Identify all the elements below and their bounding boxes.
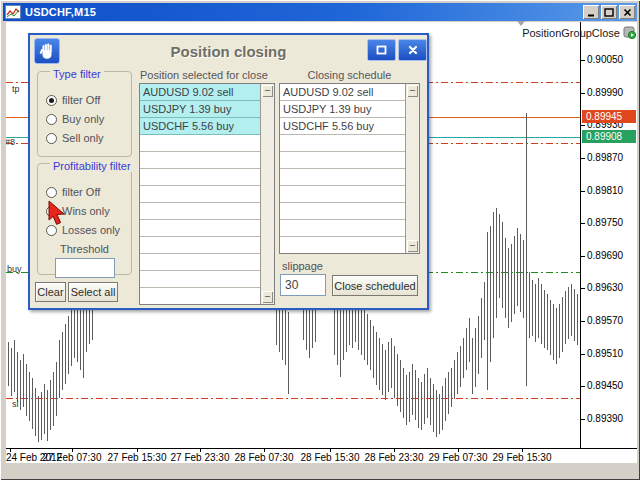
empty-row[interactable] [140, 220, 260, 237]
price-label: 0.89810 [587, 185, 623, 196]
empty-row[interactable] [280, 135, 405, 152]
scroll-down-button[interactable]: – [262, 291, 273, 303]
ohlc-bar [382, 344, 383, 395]
radio-unselected[interactable] [46, 187, 57, 198]
ohlc-bar [370, 320, 371, 370]
empty-row[interactable] [140, 203, 260, 220]
empty-row[interactable] [140, 288, 260, 304]
price-tick [581, 288, 585, 289]
empty-row[interactable] [140, 254, 260, 271]
ohlc-bar [499, 214, 500, 298]
empty-row[interactable] [280, 169, 405, 186]
time-label: 28 Feb 23:30 [365, 452, 424, 463]
ohlc-bar [523, 240, 524, 318]
maximize-button[interactable] [601, 5, 617, 19]
ohlc-bar [388, 342, 389, 392]
type-filter-option-label: Sell only [62, 132, 104, 144]
minimize-button[interactable] [583, 5, 599, 19]
empty-row[interactable] [140, 135, 260, 152]
empty-row[interactable] [280, 203, 405, 220]
ohlc-bar [520, 234, 521, 312]
ohlc-bar [544, 290, 545, 348]
schedule-list-scrollbar[interactable]: – – [405, 84, 419, 253]
position-row[interactable]: USDCHF 5.56 buy [280, 118, 405, 135]
radio-unselected[interactable] [46, 225, 57, 236]
ohlc-bar [487, 232, 488, 390]
slippage-input[interactable] [280, 274, 326, 296]
ohlc-bar [484, 282, 485, 340]
empty-row[interactable] [140, 169, 260, 186]
empty-row[interactable] [280, 152, 405, 169]
price-tick [581, 419, 585, 420]
ohlc-bar [565, 291, 566, 344]
ohlc-bar [430, 378, 431, 425]
type-filter-option-sell-only[interactable]: Sell only [46, 132, 131, 144]
position-row[interactable]: USDJPY 1.39 buy [280, 101, 405, 118]
empty-row[interactable] [280, 186, 405, 203]
time-label: 27 Feb 15:30 [108, 452, 167, 463]
level-label-buy: buy [7, 264, 22, 274]
select-all-button[interactable]: Select all [68, 282, 118, 302]
empty-row[interactable] [280, 237, 405, 253]
ohlc-bar [397, 354, 398, 406]
scroll-down-button[interactable]: – [407, 240, 418, 252]
empty-row[interactable] [140, 186, 260, 203]
scroll-up-button[interactable]: – [262, 85, 273, 97]
position-row[interactable]: AUDUSD 9.02 sell [280, 84, 405, 101]
scroll-up-button[interactable]: – [407, 85, 418, 97]
price-label: 0.89390 [587, 413, 623, 424]
empty-row[interactable] [280, 220, 405, 237]
clear-button[interactable]: Clear [35, 282, 66, 302]
price-tick [581, 386, 585, 387]
ohlc-bar [427, 368, 428, 418]
window-title: USDCHF,M15 [25, 6, 96, 18]
ohlc-bar [469, 318, 470, 362]
ohlc-bar [511, 244, 512, 322]
time-label: 27 Feb 07:30 [43, 452, 102, 463]
ohlc-bar [574, 289, 575, 341]
dialog-maximize-button[interactable] [367, 39, 396, 61]
ohlc-bar [436, 390, 437, 437]
ohlc-bar [418, 378, 419, 428]
position-row[interactable]: USDCHF 5.56 buy [140, 118, 260, 135]
radio-unselected[interactable] [46, 133, 57, 144]
ohlc-bar [38, 396, 39, 442]
ohlc-bar [309, 304, 310, 358]
ohlc-bar [14, 340, 15, 392]
empty-row[interactable] [140, 271, 260, 288]
radio-unselected[interactable] [46, 114, 57, 125]
ohlc-bar [29, 372, 30, 421]
radio-selected[interactable] [46, 95, 57, 106]
ohlc-bar [577, 294, 578, 345]
ohlc-bar [379, 338, 380, 390]
type-filter-option-buy-only[interactable]: Buy only [46, 113, 131, 125]
ohlc-bar [502, 222, 503, 308]
ohlc-bar [391, 338, 392, 388]
empty-row[interactable] [140, 237, 260, 254]
ohlc-bar [385, 350, 386, 400]
type-filter-option-filter-off[interactable]: filter Off [46, 94, 131, 106]
mouse-cursor-icon [47, 200, 69, 226]
window-titlebar[interactable]: USDCHF,M15 [3, 3, 637, 21]
price-tick [581, 191, 585, 192]
time-label: 27 Feb 23:30 [171, 452, 230, 463]
ea-status-icon[interactable] [623, 26, 636, 39]
position-row[interactable]: USDJPY 1.39 buy [140, 101, 260, 118]
profit-filter-option-filter-off[interactable]: filter Off [46, 186, 131, 198]
dialog-titlebar[interactable]: Position closing [30, 35, 427, 67]
ohlc-bar [412, 364, 413, 415]
dialog-close-button[interactable] [398, 39, 427, 61]
close-button[interactable] [619, 5, 635, 19]
ohlc-bar [562, 297, 563, 352]
selected-list-scrollbar[interactable]: – – [260, 84, 274, 304]
position-row[interactable]: AUDUSD 9.02 sell [140, 84, 260, 101]
ohlc-bar [403, 368, 404, 418]
ohlc-bar [463, 338, 464, 378]
dialog-close-icon [408, 45, 418, 55]
close-scheduled-button[interactable]: Close scheduled [332, 275, 418, 296]
ohlc-bar [8, 342, 9, 386]
threshold-input[interactable] [55, 258, 115, 278]
ohlc-bar [547, 294, 548, 350]
empty-row[interactable] [140, 152, 260, 169]
ohlc-bar [80, 306, 81, 370]
